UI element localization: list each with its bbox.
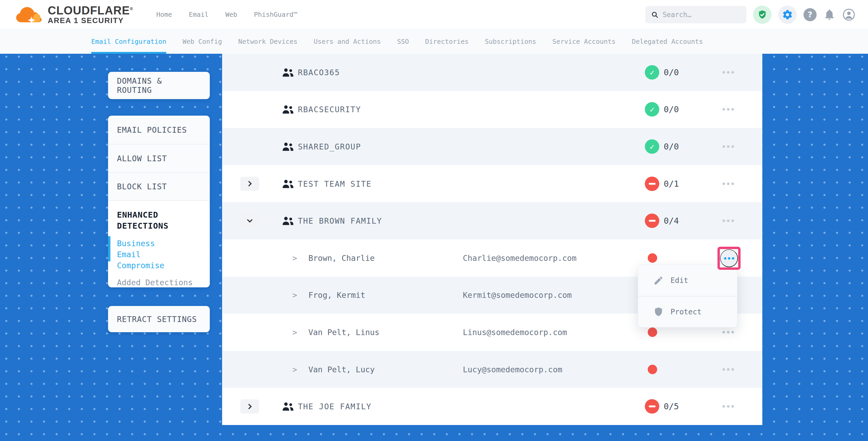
cloudflare-cloud-icon [15, 6, 42, 23]
chevron-right-icon [246, 181, 252, 186]
help-button[interactable] [804, 8, 816, 21]
member-chevron-icon[interactable] [292, 253, 297, 262]
row-actions-button[interactable] [718, 176, 739, 192]
sidebar-section-enhanced-detections[interactable]: ENHANCED DETECTIONS Business Email Compr… [108, 201, 210, 287]
table-row-group: RBACSECURITY 0/0 [222, 91, 762, 128]
sidebar-label: EMAIL POLICIES [117, 125, 187, 134]
shield-check-icon [757, 10, 767, 20]
nav-email[interactable]: Email [189, 11, 209, 18]
group-name: SHARED_GROUP [298, 142, 361, 151]
sidebar-label: DOMAINS & ROUTING [117, 76, 201, 95]
sidebar-label: RETRACT SETTINGS [117, 315, 197, 324]
member-chevron-icon[interactable] [292, 327, 297, 337]
group-name: RBACSECURITY [298, 105, 361, 114]
sidebar-item-business-email-compromise[interactable]: Business Email Compromise [117, 238, 183, 271]
row-actions-button[interactable] [718, 139, 739, 154]
search-icon [651, 10, 658, 19]
cloudflare-logo: CLOUDFLARE® AREA 1 SECURITY [15, 4, 133, 25]
status-unprotected-badge [645, 214, 659, 228]
settings-button[interactable] [778, 5, 797, 24]
menu-item-protect[interactable]: Protect [638, 296, 737, 327]
expand-group-button[interactable] [240, 177, 259, 191]
status-unprotected-dot [648, 365, 657, 374]
table-row-group: SHARED_GROUP 0/0 [222, 128, 762, 165]
protection-count: 0/0 [664, 104, 679, 114]
tab-directories[interactable]: Directories [425, 29, 469, 54]
nav-home[interactable]: Home [156, 11, 172, 18]
row-actions-button[interactable] [718, 64, 739, 80]
table-row-group: RBACO365 0/0 [222, 54, 762, 91]
row-actions-menu: Edit Protect [638, 264, 737, 327]
secondary-nav: Email Configuration Web Config Network D… [0, 29, 868, 54]
tab-email-configuration[interactable]: Email Configuration [91, 29, 166, 54]
sidebar-item-allow-list[interactable]: ALLOW LIST [108, 145, 210, 173]
bell-icon [824, 9, 835, 21]
tab-service-accounts[interactable]: Service Accounts [553, 29, 616, 54]
sidebar-item-added-detections[interactable]: Added Detections [117, 277, 201, 287]
member-email: Charlie@somedemocorp.com [463, 253, 577, 262]
sidebar-card-email-policies: EMAIL POLICIES ALLOW LIST BLOCK LIST ENH… [108, 116, 210, 287]
tab-network-devices[interactable]: Network Devices [238, 29, 298, 54]
row-actions-button[interactable] [718, 101, 739, 117]
member-name: Brown, Charlie [308, 253, 375, 262]
row-actions-button[interactable] [718, 361, 739, 377]
user-icon [842, 8, 856, 21]
row-actions-button-active[interactable] [720, 249, 738, 267]
member-email: Linus@somedemocorp.com [463, 327, 567, 337]
sidebar-item-retract-settings[interactable]: RETRACT SETTINGS [108, 306, 210, 332]
group-name: TEST TEAM SITE [298, 179, 372, 188]
tab-users-and-actions[interactable]: Users and Actions [314, 29, 381, 54]
tab-web-config[interactable]: Web Config [183, 29, 222, 54]
enhanced-detections-title[interactable]: ENHANCED DETECTIONS [117, 209, 180, 231]
sidebar-item-domains-routing[interactable]: DOMAINS & ROUTING [108, 72, 210, 99]
expand-group-button[interactable] [240, 399, 259, 413]
sidebar-item-email-policies[interactable]: EMAIL POLICIES [108, 116, 210, 145]
status-unprotected-badge [645, 177, 659, 191]
row-actions-button[interactable] [718, 213, 739, 229]
search-box[interactable] [645, 6, 746, 23]
brand-subtitle: AREA 1 SECURITY [48, 17, 133, 24]
notifications-button[interactable] [824, 9, 835, 21]
member-name: Van Pelt, Linus [308, 327, 379, 337]
active-item-indicator [108, 236, 111, 261]
group-icon [282, 216, 294, 225]
table-row-group: TEST TEAM SITE 0/1 [222, 165, 762, 202]
protection-count: 0/1 [664, 179, 679, 189]
brand-text: CLOUDFLARE® AREA 1 SECURITY [48, 4, 133, 25]
groups-table: RBACO365 0/0 RBACSECURITY 0/0 SHARED_GRO… [222, 54, 762, 425]
group-icon [282, 179, 294, 189]
status-unprotected-dot [648, 327, 657, 337]
status-protected-badge [645, 102, 659, 117]
tab-delegated-accounts[interactable]: Delegated Accounts [632, 29, 703, 54]
nav-phishguard[interactable]: PhishGuard™ [254, 11, 298, 18]
group-icon [282, 142, 294, 151]
group-icon [282, 105, 294, 114]
member-email: Lucy@somedemocorp.com [463, 365, 562, 374]
group-name: RBACO365 [298, 68, 340, 77]
chevron-right-icon [246, 404, 252, 409]
gear-icon [782, 9, 793, 20]
member-chevron-icon[interactable] [292, 365, 297, 374]
member-name: Van Pelt, Lucy [308, 365, 375, 374]
chevron-down-icon [247, 217, 252, 223]
member-email: Kermit@somedemocorp.com [463, 290, 572, 300]
sidebar-item-block-list[interactable]: BLOCK LIST [108, 173, 210, 201]
member-chevron-icon[interactable] [292, 290, 297, 300]
row-actions-button[interactable] [718, 399, 739, 414]
security-status-button[interactable] [753, 5, 772, 24]
group-name: THE JOE FAMILY [298, 402, 372, 411]
member-name: Frog, Kermit [308, 290, 365, 300]
nav-web[interactable]: Web [225, 11, 237, 18]
protection-count: 0/4 [664, 216, 679, 226]
search-input[interactable] [663, 11, 741, 19]
app-root: CLOUDFLARE® AREA 1 SECURITY Home Email W… [0, 0, 868, 441]
tab-sso[interactable]: SSO [397, 29, 409, 54]
collapse-group-button[interactable] [240, 214, 259, 228]
account-button[interactable] [842, 8, 856, 21]
top-right-cluster [645, 5, 856, 24]
tab-subscriptions[interactable]: Subscriptions [485, 29, 536, 54]
pencil-icon [653, 275, 664, 286]
sidebar-label: ALLOW LIST [117, 154, 167, 163]
sidebar-label: BLOCK LIST [117, 182, 167, 191]
group-icon [282, 68, 294, 77]
